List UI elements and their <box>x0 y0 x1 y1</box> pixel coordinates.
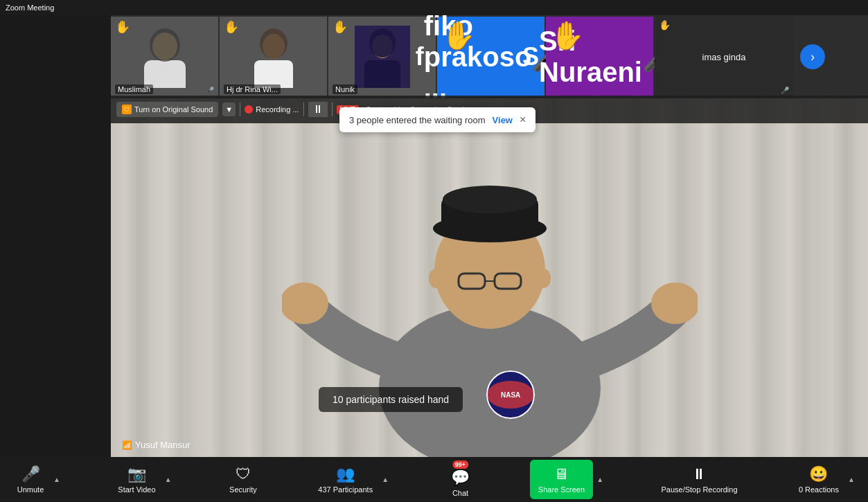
participants-label: 437 Participants <box>318 485 373 494</box>
reactions-chevron-icon: ▲ <box>848 476 855 483</box>
svg-rect-4 <box>254 60 293 88</box>
recording-button[interactable]: Recording ... <box>245 105 299 114</box>
reactions-button[interactable]: 😀 0 Reactions <box>793 463 844 496</box>
raised-hand-icon-nunik: ✋ <box>333 19 348 35</box>
svg-point-29 <box>429 269 443 288</box>
participant-tile-sri[interactable]: ✋ S Sri Nuraeni 🎤 <box>546 17 653 97</box>
participants-icon: 👥 <box>336 465 355 483</box>
raised-hand-message: 10 participants raised hand <box>333 394 449 405</box>
chat-label: Chat <box>452 489 468 497</box>
share-screen-icon: 🖥 <box>553 465 569 483</box>
raised-hand-icon-hj: ✋ <box>224 19 239 35</box>
share-screen-group: 🖥 Share Screen ▲ <box>530 460 605 499</box>
svg-point-2 <box>150 28 180 62</box>
video-background: NASA 📶 Yusuf Mansur <box>111 96 868 457</box>
svg-text:NASA: NASA <box>501 391 520 399</box>
dropdown-arrow-button[interactable]: ▼ <box>222 102 236 116</box>
app-title: Zoom Meeting <box>6 3 54 12</box>
video-chevron-icon: ▲ <box>165 476 172 483</box>
participant-name-muslimah: Muslimah <box>115 84 153 94</box>
waiting-room-close-button[interactable]: × <box>520 114 526 125</box>
original-sound-label: Turn on Original Sound <box>134 105 213 114</box>
start-video-label: Start Video <box>118 485 155 494</box>
pause-recording-label: Pause/Stop Recording <box>661 485 737 494</box>
share-chevron-button[interactable]: ▲ <box>594 476 605 483</box>
raised-hand-icon-imas: ✋ <box>659 19 671 30</box>
recording-label: Recording ... <box>256 105 299 114</box>
participants-chevron-icon: ▲ <box>382 476 389 483</box>
participants-group: 👥 437 Participants ▲ <box>312 463 391 496</box>
share-screen-label: Share Screen <box>538 485 585 494</box>
chat-button[interactable]: 99+ 💬 Chat <box>441 459 480 500</box>
start-video-group: 📷 Start Video ▲ <box>112 463 173 496</box>
left-panel <box>0 15 111 502</box>
shield-icon: 🛡 <box>122 105 132 114</box>
unmute-label: Unmute <box>17 485 44 494</box>
raised-hand-icon-fiko: ✋ <box>441 19 476 52</box>
reactions-chevron-button[interactable]: ▲ <box>846 476 857 483</box>
scroll-right-button[interactable]: › <box>800 44 825 69</box>
participants-count: 437 <box>318 485 330 494</box>
svg-point-32 <box>651 283 698 324</box>
camera-off-icon: 📷 <box>127 465 146 483</box>
unmute-button[interactable]: 🎤 Unmute <box>11 463 50 496</box>
participant-name-imas: imas ginda <box>702 52 746 62</box>
reactions-icon: 😀 <box>809 465 828 483</box>
avatar-letter-sri: S <box>522 42 539 71</box>
participant-name-fiko: fiko prakoso ... <box>424 10 532 104</box>
start-video-button[interactable]: 📷 Start Video <box>112 463 161 496</box>
reactions-group: 😀 0 Reactions ▲ <box>793 463 857 496</box>
unmute-chevron-icon: ▲ <box>53 476 60 483</box>
share-chevron-icon: ▲ <box>596 476 603 483</box>
waiting-room-notification: 3 people entered the waiting room View × <box>339 107 535 132</box>
waiting-room-view-button[interactable]: View <box>493 115 513 125</box>
avatar-letter-fiko: f <box>416 42 424 71</box>
mic-icon-imas: 🎤 <box>781 87 789 94</box>
security-shield-button[interactable]: 🛡 Turn on Original Sound <box>116 102 218 117</box>
unmute-group: 🎤 Unmute ▲ <box>11 463 62 496</box>
svg-point-25 <box>443 186 537 213</box>
svg-point-31 <box>282 283 328 324</box>
speaker-name-text: Yusuf Mansur <box>135 440 191 450</box>
toolbar-separator-2 <box>303 102 304 116</box>
unmute-chevron-button[interactable]: ▲ <box>51 476 62 483</box>
mic-muted-icon: 🎤 <box>21 465 40 483</box>
share-screen-button[interactable]: 🖥 Share Screen <box>530 460 593 499</box>
chat-icon: 💬 <box>451 469 470 487</box>
security-label: Security <box>229 485 257 494</box>
participants-button[interactable]: 👥 437 Participants <box>312 463 378 496</box>
raised-hand-notice: 10 participants raised hand <box>319 387 463 412</box>
waiting-room-message: 3 people entered the waiting room <box>349 115 486 125</box>
svg-rect-1 <box>144 60 186 88</box>
signal-icon: 📶 <box>122 440 132 450</box>
participant-name-nunik: Nunik <box>333 84 357 94</box>
mic-muted-icon-muslimah: 🎤 <box>206 87 214 94</box>
main-video: NASA 📶 Yusuf Mansur <box>111 96 868 457</box>
recording-dot-icon <box>245 105 253 114</box>
presenter-figure: NASA <box>111 96 868 457</box>
participant-name-hj: Hj dr Rina Wi... <box>224 84 281 94</box>
svg-point-30 <box>537 269 551 288</box>
pause-recording-icon: ⏸ <box>691 465 707 483</box>
titlebar: Zoom Meeting <box>0 0 868 15</box>
video-chevron-button[interactable]: ▲ <box>163 476 174 483</box>
participant-tile-muslimah[interactable]: ✋ Muslimah 🎤 <box>111 17 218 97</box>
speaker-name-label: 📶 Yusuf Mansur <box>122 440 191 450</box>
toolbar-separator-3 <box>332 102 333 116</box>
toolbar-separator-1 <box>240 102 240 116</box>
security-button[interactable]: 🛡 Security <box>224 463 263 496</box>
raised-hand-icon-muslimah: ✋ <box>115 19 130 35</box>
chat-badge: 99+ <box>452 460 468 469</box>
svg-point-9 <box>369 28 396 57</box>
participant-tile-imas[interactable]: ✋ imas ginda 🎤 <box>655 17 793 97</box>
participants-chevron-button[interactable]: ▲ <box>380 476 391 483</box>
pause-button[interactable]: ⏸ <box>308 102 328 117</box>
security-icon: 🛡 <box>236 465 251 483</box>
participant-tile-hj[interactable]: ✋ Hj dr Rina Wi... <box>220 17 327 97</box>
svg-rect-8 <box>364 60 400 88</box>
raised-hand-icon-sri: ✋ <box>550 19 585 52</box>
reactions-label: 0 Reactions <box>799 485 839 494</box>
participant-strip: ✋ Muslimah 🎤 ✋ Hj dr Rina Wi... ✋ Nunik <box>111 15 868 98</box>
svg-point-5 <box>260 28 287 59</box>
pause-recording-button[interactable]: ⏸ Pause/Stop Recording <box>655 463 743 496</box>
